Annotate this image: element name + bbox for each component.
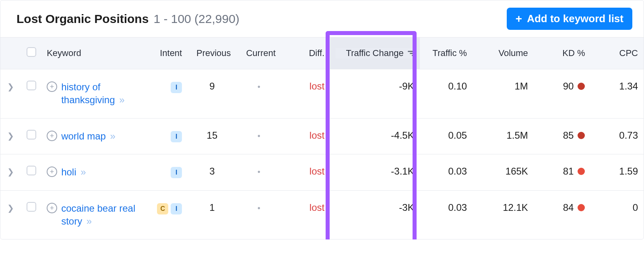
keyword-link[interactable]: world map » [61, 130, 116, 143]
intent-badge-c: C [157, 203, 168, 214]
current-value: • [258, 82, 260, 91]
add-keyword-icon[interactable]: + [47, 131, 57, 141]
select-all-checkbox[interactable] [27, 47, 36, 57]
previous-value: 15 [188, 118, 236, 154]
panel-titlebar: Lost Organic Positions 1 - 100 (22,990) … [0, 0, 644, 37]
row-checkbox[interactable] [27, 81, 36, 90]
kd-dot-icon [578, 168, 585, 175]
intent-badge-i: I [171, 203, 182, 214]
col-traffic-change-label: Traffic Change [346, 48, 404, 58]
kd-value: 84 [563, 202, 574, 213]
kd-value: 90 [563, 81, 574, 92]
keyword-text: cocaine bear real story [61, 203, 135, 227]
keyword-link[interactable]: cocaine bear real story » [61, 202, 137, 228]
diff-value: lost [310, 81, 324, 92]
traffic-change-value: -3.1K [330, 154, 420, 190]
cpc-value: 0 [590, 190, 644, 239]
current-value: • [258, 167, 260, 176]
col-intent[interactable]: Intent [143, 37, 188, 69]
more-icon[interactable]: » [80, 167, 86, 177]
col-previous[interactable]: Previous [188, 37, 236, 69]
cpc-value: 1.34 [590, 69, 644, 119]
add-keyword-icon[interactable]: + [47, 81, 57, 92]
chevron-right-icon[interactable]: ❯ [7, 167, 14, 176]
panel-range: 1 - 100 (22,990) [153, 12, 239, 26]
volume-value: 1M [473, 69, 534, 119]
volume-value: 165K [473, 154, 534, 190]
traffic-change-value: -4.5K [330, 118, 420, 154]
intent-badges: I [171, 167, 182, 178]
table-row: ❯+holi »I3•lost-3.1K0.03165K811.59 [0, 154, 644, 190]
lost-positions-panel: Lost Organic Positions 1 - 100 (22,990) … [0, 0, 644, 239]
volume-value: 1.5M [473, 118, 534, 154]
cpc-value: 1.59 [590, 154, 644, 190]
col-cpc[interactable]: CPC [590, 37, 644, 69]
kd-wrap: 85 [563, 130, 585, 141]
cpc-value: 0.73 [590, 118, 644, 154]
current-value: • [258, 131, 260, 140]
chevron-right-icon[interactable]: ❯ [7, 82, 14, 91]
traffic-change-value: -9K [330, 69, 420, 119]
sort-desc-icon [408, 51, 414, 56]
col-traffic-change[interactable]: Traffic Change [330, 37, 420, 69]
col-expand [0, 37, 21, 69]
table-row: ❯+cocaine bear real story »CI1•lost-3K0.… [0, 190, 644, 239]
traffic-pct-value: 0.05 [420, 118, 473, 154]
keyword-text: history of thanksgiving [61, 81, 115, 105]
col-traffic-pct[interactable]: Traffic % [420, 37, 473, 69]
keyword-link[interactable]: holi » [61, 166, 86, 179]
intent-badge-i: I [171, 82, 182, 93]
previous-value: 3 [188, 154, 236, 190]
kd-wrap: 84 [563, 202, 585, 213]
add-keyword-icon[interactable]: + [47, 203, 57, 213]
keywords-table: Keyword Intent Previous Current Diff. Tr… [0, 37, 644, 239]
diff-value: lost [310, 202, 324, 213]
row-checkbox[interactable] [27, 130, 36, 139]
col-select-all[interactable] [21, 37, 41, 69]
col-keyword[interactable]: Keyword [41, 37, 143, 69]
col-kd[interactable]: KD % [534, 37, 591, 69]
previous-value: 1 [188, 190, 236, 239]
kd-wrap: 81 [563, 166, 585, 177]
chevron-right-icon[interactable]: ❯ [7, 204, 14, 212]
intent-badges: I [171, 131, 182, 142]
table-row: ❯+history of thanksgiving »I9•lost-9K0.1… [0, 69, 644, 119]
kd-value: 81 [563, 166, 574, 177]
diff-value: lost [310, 130, 324, 141]
traffic-change-value: -3K [330, 190, 420, 239]
keyword-text: holi [61, 167, 76, 177]
intent-badge-i: I [171, 167, 182, 178]
current-value: • [258, 204, 260, 212]
add-to-keyword-list-button[interactable]: + Add to keyword list [507, 8, 632, 30]
more-icon[interactable]: » [87, 216, 92, 227]
plus-icon: + [516, 13, 522, 25]
intent-badges: I [171, 82, 182, 93]
chevron-right-icon[interactable]: ❯ [7, 131, 14, 140]
add-button-label: Add to keyword list [527, 12, 623, 25]
col-diff[interactable]: Diff. [281, 37, 330, 69]
table-row: ❯+world map »I15•lost-4.5K0.051.5M850.73 [0, 118, 644, 154]
col-current[interactable]: Current [237, 37, 281, 69]
traffic-pct-value: 0.10 [420, 69, 473, 119]
keyword-text: world map [61, 131, 106, 142]
more-icon[interactable]: » [110, 131, 116, 142]
more-icon[interactable]: » [119, 94, 124, 105]
add-keyword-icon[interactable]: + [47, 167, 57, 177]
kd-wrap: 90 [563, 81, 585, 92]
diff-value: lost [310, 166, 324, 177]
keyword-link[interactable]: history of thanksgiving » [61, 81, 137, 107]
row-checkbox[interactable] [27, 166, 36, 175]
kd-dot-icon [578, 204, 585, 211]
intent-badges: CI [157, 203, 182, 214]
row-checkbox[interactable] [27, 202, 36, 212]
traffic-pct-value: 0.03 [420, 154, 473, 190]
traffic-pct-value: 0.03 [420, 190, 473, 239]
intent-badge-i: I [171, 131, 182, 142]
panel-title: Lost Organic Positions [17, 12, 149, 26]
kd-value: 85 [563, 130, 574, 141]
col-volume[interactable]: Volume [473, 37, 534, 69]
volume-value: 12.1K [473, 190, 534, 239]
table-header-row: Keyword Intent Previous Current Diff. Tr… [0, 37, 644, 69]
previous-value: 9 [188, 69, 236, 119]
kd-dot-icon [578, 132, 585, 139]
